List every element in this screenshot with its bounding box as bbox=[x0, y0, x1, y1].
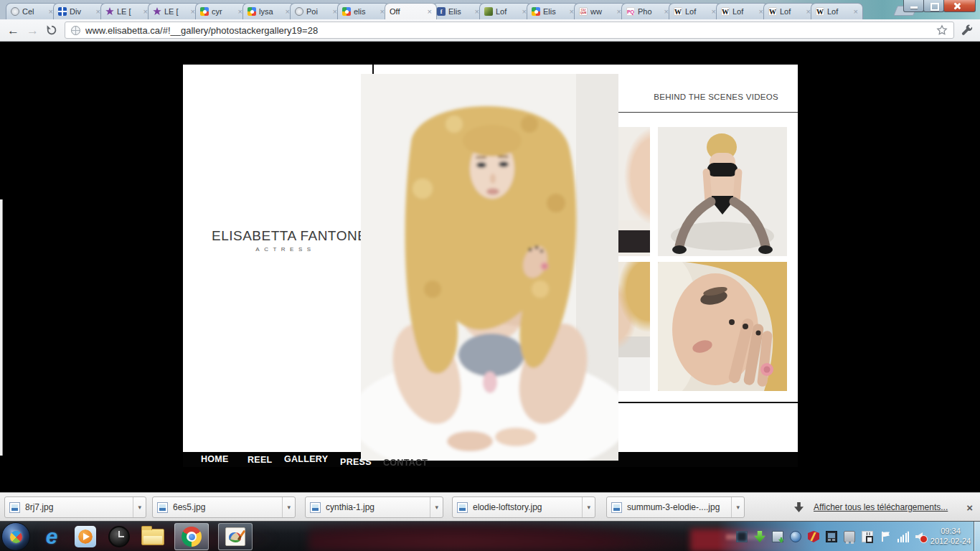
media-player-icon[interactable] bbox=[73, 524, 98, 549]
tab-pho[interactable]: PQPho× bbox=[621, 3, 674, 19]
taskbar-clock[interactable]: 09:34 2012-02-24 bbox=[928, 526, 973, 546]
globe-favicon bbox=[295, 7, 303, 16]
tab-lof[interactable]: WLof× bbox=[669, 3, 721, 19]
url-text[interactable]: www.elisabetta.ca/#!__gallery/photostack… bbox=[85, 25, 931, 36]
reload-icon[interactable] bbox=[46, 24, 57, 36]
tray-network-signal-icon[interactable] bbox=[897, 531, 909, 542]
download-filename: 6es5.jpg bbox=[173, 502, 277, 512]
tab-title: ww bbox=[590, 7, 614, 16]
gallery-thumbnail-lingerie-photo[interactable] bbox=[658, 127, 787, 256]
purple-star-favicon bbox=[105, 7, 114, 16]
gallery-thumbnail-closeup-photo[interactable] bbox=[658, 262, 787, 391]
close-window-button[interactable] bbox=[943, 0, 976, 12]
tray-display-monitor-icon[interactable] bbox=[826, 531, 837, 542]
image-file-icon bbox=[457, 502, 468, 513]
tray-volume-muted-icon[interactable] bbox=[915, 531, 927, 542]
url-bar[interactable]: www.elisabetta.ca/#!__gallery/photostack… bbox=[65, 22, 954, 39]
start-orb-icon[interactable] bbox=[1, 522, 30, 551]
logo-subtitle: ACTRESS bbox=[212, 246, 355, 253]
download-menu-caret[interactable]: ▾ bbox=[582, 497, 590, 517]
tab-le[interactable]: LE [× bbox=[148, 3, 200, 19]
clock-date: 2012-02-24 bbox=[928, 536, 973, 546]
image-file-icon bbox=[157, 502, 168, 513]
tab-le[interactable]: LE [× bbox=[100, 3, 153, 19]
tab-lysa[interactable]: lysa× bbox=[242, 3, 295, 19]
clock-time: 09:34 bbox=[928, 526, 973, 536]
download-item[interactable]: 6es5.jpg▾ bbox=[152, 496, 296, 518]
restore-button[interactable] bbox=[923, 0, 944, 12]
download-menu-caret[interactable]: ▾ bbox=[430, 497, 438, 517]
nav-item-gallery[interactable]: GALLERY bbox=[284, 454, 328, 464]
tab-elis[interactable]: Elis× bbox=[527, 3, 579, 19]
bookmark-star-icon[interactable] bbox=[936, 24, 948, 36]
browser-toolbar: ← → www.elisabetta.ca/#!__gallery/photos… bbox=[0, 19, 980, 42]
wikipedia-favicon: W bbox=[816, 7, 824, 16]
purple-star-favicon bbox=[153, 7, 161, 16]
tab-ww[interactable]: CLI QUEww× bbox=[574, 3, 626, 19]
tab-title: cyr bbox=[212, 7, 235, 16]
download-item[interactable]: 8rj7.jpg▾ bbox=[4, 496, 146, 518]
download-item[interactable]: cynthia-1.jpg▾ bbox=[305, 496, 443, 518]
download-item[interactable]: elodie-loftstory.jpg▾ bbox=[452, 496, 595, 518]
nav-item-contact[interactable]: CONTACT bbox=[383, 458, 428, 468]
play-glyph bbox=[75, 526, 96, 547]
gallery-thumbnail-partial-top[interactable] bbox=[617, 127, 650, 256]
tab-title: Elis bbox=[543, 7, 567, 16]
tab-elis[interactable]: elis× bbox=[337, 3, 390, 19]
download-menu-caret[interactable]: ▾ bbox=[282, 497, 291, 517]
show-desktop-button[interactable] bbox=[974, 522, 980, 551]
paint-taskbar-button[interactable] bbox=[218, 523, 253, 550]
tab-div[interactable]: Div× bbox=[53, 3, 105, 19]
paint-icon bbox=[225, 527, 245, 546]
browser-tab-strip: Cel×Div×LE [×LE [×cyr×lysa×Poi×elis×Off×… bbox=[0, 0, 980, 19]
tab-cyr[interactable]: cyr× bbox=[195, 3, 248, 19]
tray-app-square-icon[interactable] bbox=[736, 531, 748, 542]
tab-title: Lof bbox=[732, 7, 756, 16]
taskbar-glass-tint-2 bbox=[308, 522, 696, 551]
gallery-popup-photo[interactable] bbox=[361, 74, 618, 461]
gallery-thumbnail-partial-bottom[interactable] bbox=[617, 262, 650, 391]
tray-action-center-flag-icon[interactable] bbox=[880, 531, 891, 542]
download-menu-caret[interactable]: ▾ bbox=[133, 497, 141, 517]
windows-explorer-icon[interactable] bbox=[141, 524, 165, 549]
download-menu-caret[interactable]: ▾ bbox=[731, 497, 740, 517]
tab-title: LE [ bbox=[164, 7, 188, 16]
clock-glyph bbox=[108, 526, 130, 547]
tab-poi[interactable]: Poi× bbox=[290, 3, 342, 19]
tab-title: lysa bbox=[259, 7, 283, 16]
tab-lof[interactable]: WLof× bbox=[716, 3, 768, 19]
tab-lof[interactable]: Lof× bbox=[479, 3, 532, 19]
site-globe-icon bbox=[71, 26, 80, 35]
forward-button[interactable]: → bbox=[27, 24, 39, 37]
chrome-taskbar-button[interactable] bbox=[174, 523, 209, 550]
tab-lof[interactable]: WLof× bbox=[811, 3, 863, 19]
download-arrow-icon bbox=[794, 502, 804, 512]
tab-close-icon[interactable]: × bbox=[854, 8, 858, 15]
show-all-downloads-link[interactable]: Afficher tous les téléchargements... bbox=[814, 502, 948, 512]
nav-item-reel[interactable]: REEL bbox=[248, 455, 273, 465]
tray-network-computer-icon[interactable] bbox=[772, 531, 783, 542]
tray-antivirus-shield-icon[interactable] bbox=[808, 531, 819, 542]
clock-app-icon[interactable] bbox=[107, 524, 131, 549]
tab-list: Cel×Div×LE [×LE [×cyr×lysa×Poi×elis×Off×… bbox=[6, 3, 863, 19]
minimize-button[interactable] bbox=[903, 0, 924, 12]
nav-item-home[interactable]: HOME bbox=[201, 454, 229, 464]
tab-cel[interactable]: Cel× bbox=[6, 3, 58, 19]
tray-download-manager-icon[interactable] bbox=[754, 531, 765, 542]
tab-close-icon[interactable]: × bbox=[428, 8, 432, 15]
close-downloads-bar-icon[interactable]: × bbox=[966, 501, 973, 514]
tray-updater-icon[interactable] bbox=[790, 531, 801, 542]
wikipedia-favicon: W bbox=[768, 7, 777, 16]
tab-elis[interactable]: fElis× bbox=[432, 3, 484, 19]
tab-title: Div bbox=[70, 7, 93, 16]
download-item[interactable]: summum-3-elodie-....jpg▾ bbox=[606, 496, 745, 518]
wrench-menu-icon[interactable] bbox=[961, 24, 973, 36]
downloads-bar-right: Afficher tous les téléchargements... × bbox=[794, 493, 973, 522]
tray-power-plug-icon[interactable] bbox=[862, 531, 873, 542]
tab-lof[interactable]: WLof× bbox=[763, 3, 816, 19]
tray-touchpad-icon[interactable] bbox=[844, 531, 855, 542]
tab-off[interactable]: Off× bbox=[385, 3, 437, 19]
internet-explorer-icon[interactable]: e bbox=[39, 524, 64, 549]
tab-title: Lof bbox=[827, 7, 851, 16]
back-button[interactable]: ← bbox=[7, 24, 19, 37]
